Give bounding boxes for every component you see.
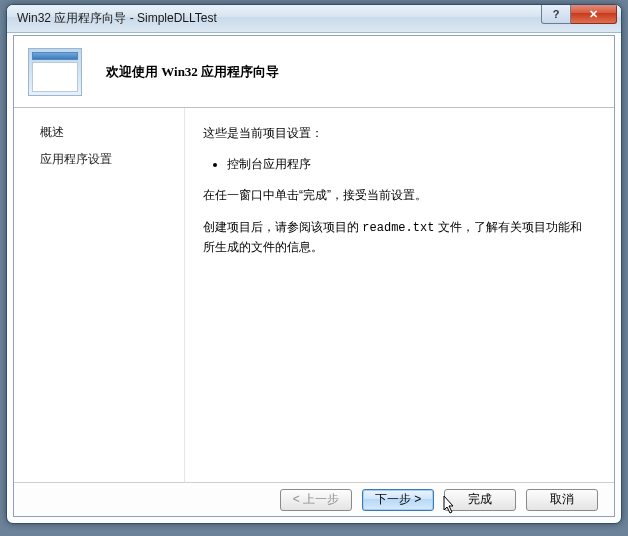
wizard-body: 概述 应用程序设置 这些是当前项目设置： 控制台应用程序 在任一窗口中单击“完成… [14,108,614,482]
wizard-icon [28,48,82,96]
next-button[interactable]: 下一步 > [362,489,434,511]
close-button[interactable]: ✕ [571,5,617,24]
sidebar-item-appsettings[interactable]: 应用程序设置 [40,151,174,168]
sidebar: 概述 应用程序设置 [14,108,184,482]
settings-list: 控制台应用程序 [203,155,590,174]
finish-button[interactable]: 完成 [444,489,516,511]
content-pane: 这些是当前项目设置： 控制台应用程序 在任一窗口中单击“完成”，接受当前设置。 … [184,108,614,482]
client-area: 欢迎使用 Win32 应用程序向导 概述 应用程序设置 这些是当前项目设置： 控… [13,35,615,517]
readme-filename: readme.txt [362,221,434,235]
cancel-button[interactable]: 取消 [526,489,598,511]
help-button[interactable]: ? [541,5,571,24]
list-item: 控制台应用程序 [227,155,590,174]
intro-text: 这些是当前项目设置： [203,124,590,143]
readme-text: 创建项目后，请参阅该项目的 readme.txt 文件，了解有关项目功能和所生成… [203,218,590,257]
wizard-heading: 欢迎使用 Win32 应用程序向导 [106,63,279,81]
instruction-text: 在任一窗口中单击“完成”，接受当前设置。 [203,186,590,205]
sidebar-item-overview[interactable]: 概述 [40,124,174,141]
wizard-window: Win32 应用程序向导 - SimpleDLLTest ? ✕ 欢迎使用 Wi… [6,4,622,524]
wizard-header: 欢迎使用 Win32 应用程序向导 [14,36,614,108]
back-button: < 上一步 [280,489,352,511]
wizard-footer: < 上一步 下一步 > 完成 取消 [14,482,614,516]
window-buttons: ? ✕ [541,5,617,24]
window-title: Win32 应用程序向导 - SimpleDLLTest [17,10,217,27]
titlebar: Win32 应用程序向导 - SimpleDLLTest ? ✕ [7,5,621,33]
